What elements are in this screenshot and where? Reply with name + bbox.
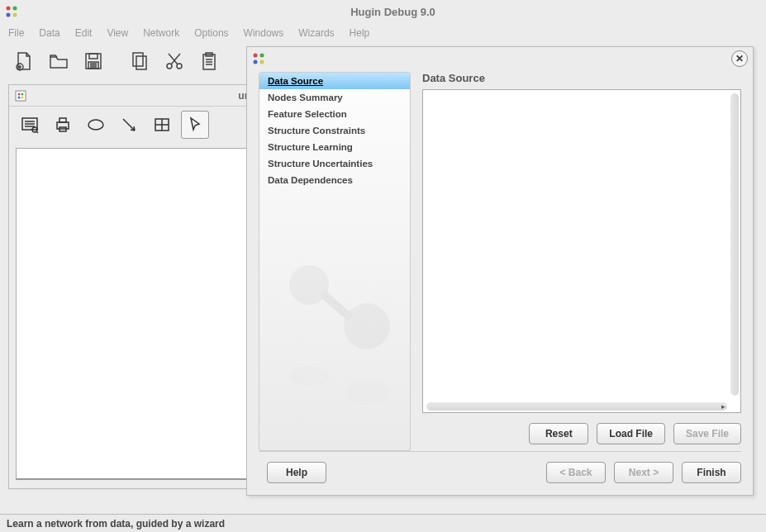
document-window: un <box>8 84 256 489</box>
ellipse-tool[interactable] <box>82 111 110 139</box>
svg-point-16 <box>21 93 24 95</box>
arrow-icon <box>119 115 139 135</box>
svg-point-15 <box>18 93 21 95</box>
menu-edit[interactable]: Edit <box>75 27 93 39</box>
wizard-dialog: ✕ Data Source Nodes Summary Feature Sele… <box>246 46 754 496</box>
scroll-right-icon[interactable]: ▸ <box>719 402 727 411</box>
svg-point-28 <box>254 60 258 64</box>
wizard-icon <box>252 52 265 65</box>
wizard-step-nodes-summary[interactable]: Nodes Summary <box>259 89 410 106</box>
new-document-icon <box>13 50 35 72</box>
menu-windows[interactable]: Windows <box>244 27 284 39</box>
svg-point-27 <box>260 54 264 58</box>
svg-point-17 <box>18 96 21 98</box>
svg-rect-9 <box>136 56 146 69</box>
monitor-icon <box>20 115 40 135</box>
table-tool[interactable] <box>148 111 176 139</box>
wizard-decor-icon <box>259 252 411 417</box>
menu-file[interactable]: File <box>8 27 24 39</box>
svg-point-3 <box>13 13 17 17</box>
menu-data[interactable]: Data <box>39 27 59 39</box>
wizard-step-structure-uncertainties[interactable]: Structure Uncertainties <box>259 155 410 172</box>
cut-button[interactable] <box>159 46 190 76</box>
save-icon <box>83 50 104 72</box>
document-toolbar <box>9 107 255 143</box>
wizard-step-data-source[interactable]: Data Source <box>259 73 410 89</box>
wizard-content-area[interactable]: ◂ ▸ <box>422 89 741 413</box>
pointer-icon <box>185 115 205 135</box>
table-icon <box>152 115 172 135</box>
copy-button[interactable] <box>124 46 155 76</box>
folder-open-icon <box>48 50 69 72</box>
save-button[interactable] <box>78 46 109 76</box>
menu-view[interactable]: View <box>107 27 128 39</box>
statusbar: Learn a network from data, guided by a w… <box>0 514 766 532</box>
svg-rect-6 <box>89 54 98 59</box>
svg-rect-8 <box>133 53 143 66</box>
svg-point-26 <box>254 54 258 58</box>
load-file-button[interactable]: Load File <box>597 423 665 444</box>
print-tool[interactable] <box>49 111 77 139</box>
wizard-step-structure-learning[interactable]: Structure Learning <box>259 139 410 155</box>
monitor-tool[interactable] <box>16 111 44 139</box>
titlebar: Hugin Debug 9.0 <box>0 0 766 23</box>
wizard-file-buttons: Reset Load File Save File <box>422 413 741 451</box>
back-button: < Back <box>546 462 606 483</box>
finish-button[interactable]: Finish <box>682 462 741 483</box>
wizard-close-button[interactable]: ✕ <box>731 50 748 67</box>
svg-point-31 <box>344 303 390 349</box>
menu-wizards[interactable]: Wizards <box>298 27 334 39</box>
next-button: Next > <box>614 462 673 483</box>
menu-help[interactable]: Help <box>350 27 370 39</box>
save-file-button: Save File <box>673 423 741 444</box>
document-icon <box>14 89 27 102</box>
copy-icon <box>129 50 150 72</box>
svg-point-1 <box>13 7 17 11</box>
svg-point-33 <box>344 381 390 404</box>
status-text: Learn a network from data, guided by a w… <box>7 518 225 530</box>
wizard-step-data-dependences[interactable]: Data Dependences <box>259 172 410 188</box>
pointer-tool[interactable] <box>181 111 209 139</box>
menu-options[interactable]: Options <box>194 27 228 39</box>
wizard-right-panel: Data Source ◂ ▸ Reset Load File Save Fil… <box>422 72 741 451</box>
wizard-page-title: Data Source <box>422 72 741 84</box>
printer-icon <box>53 115 73 135</box>
paste-button[interactable] <box>193 46 225 76</box>
document-title: un <box>32 90 250 102</box>
menu-network[interactable]: Network <box>143 27 179 39</box>
document-titlebar: un <box>9 85 255 107</box>
window-title: Hugin Debug 9.0 <box>25 6 761 18</box>
wizard-titlebar: ✕ <box>247 47 753 70</box>
help-button[interactable]: Help <box>267 462 326 483</box>
wizard-bottom-row: Help < Back Next > Finish <box>247 452 753 495</box>
new-document-button[interactable] <box>8 46 40 76</box>
svg-point-2 <box>7 13 11 17</box>
svg-point-29 <box>260 60 264 64</box>
svg-point-24 <box>88 120 103 130</box>
svg-rect-14 <box>16 91 26 101</box>
horizontal-scrollbar[interactable] <box>426 402 727 411</box>
vertical-scrollbar[interactable] <box>730 93 739 396</box>
svg-rect-21 <box>57 122 69 129</box>
close-icon: ✕ <box>735 53 744 64</box>
svg-point-18 <box>21 96 24 98</box>
arrow-tool[interactable] <box>115 111 143 139</box>
clipboard-icon <box>198 50 220 72</box>
svg-point-0 <box>7 7 11 11</box>
app-icon <box>5 5 18 18</box>
document-canvas[interactable] <box>16 148 249 480</box>
wizard-step-structure-constraints[interactable]: Structure Constraints <box>259 122 410 139</box>
svg-rect-22 <box>59 118 66 122</box>
open-button[interactable] <box>43 46 74 76</box>
reset-button[interactable]: Reset <box>529 423 588 444</box>
menubar: File Data Edit View Network Options Wind… <box>0 23 766 43</box>
wizard-steps-panel: Data Source Nodes Summary Feature Select… <box>259 72 411 451</box>
ellipse-icon <box>86 115 106 135</box>
svg-point-32 <box>289 366 329 386</box>
scissors-icon <box>164 50 185 72</box>
wizard-step-feature-selection[interactable]: Feature Selection <box>259 106 410 122</box>
